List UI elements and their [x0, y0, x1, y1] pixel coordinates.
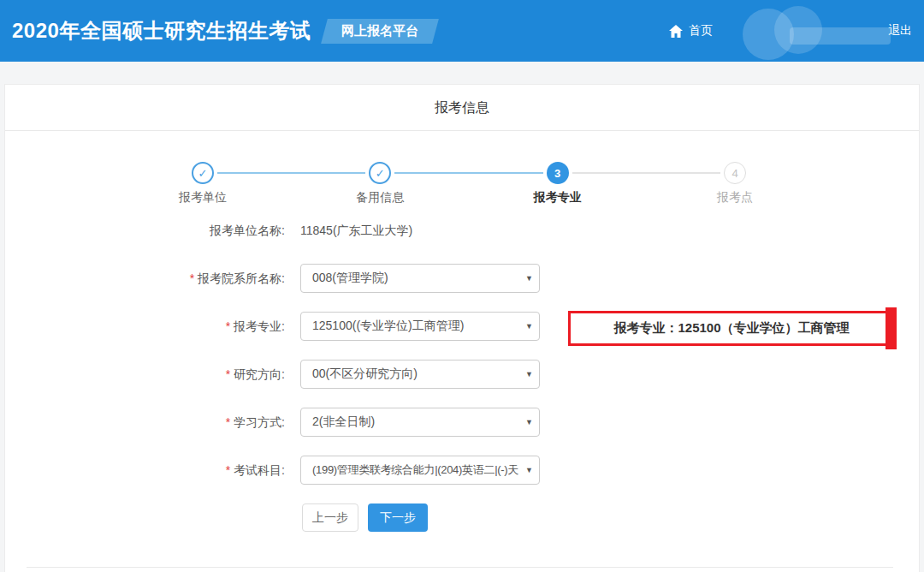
- home-link[interactable]: 首页: [669, 23, 713, 39]
- study-mode-select[interactable]: 2(非全日制) ▼: [300, 408, 540, 437]
- app-title: 2020年全国硕士研究生招生考试: [12, 17, 311, 45]
- home-icon: [669, 25, 683, 38]
- field-label: *研究方向:: [5, 360, 285, 389]
- required-marker: *: [226, 319, 230, 333]
- step-connector: [217, 172, 365, 174]
- required-marker: *: [226, 367, 230, 381]
- dropdown-caret-icon: ▼: [525, 322, 533, 331]
- main-panel: 报考信息 ✓ ✓ 3 4 报考单位 备用信息 报考专业 报考点 报考单位名称: …: [4, 84, 920, 572]
- exam-subjects-select[interactable]: (199)管理类联考综合能力|(204)英语二|(-)天 ▼: [300, 456, 540, 485]
- step-circle-beiyongxinxi: ✓: [369, 162, 391, 184]
- dropdown-caret-icon: ▼: [525, 418, 533, 426]
- field-label: *报考院系所名称:: [5, 264, 285, 293]
- field-label: *报考专业:: [5, 312, 285, 341]
- next-step-button[interactable]: 下一步: [368, 503, 428, 532]
- form-row-study-mode: *学习方式: 2(非全日制) ▼: [5, 408, 919, 437]
- unit-name-value: 11845(广东工业大学): [300, 216, 412, 245]
- app-header: 2020年全国硕士研究生招生考试 网上报名平台 首页 退出: [0, 0, 924, 62]
- step-label-beiyongxinxi: 备用信息: [320, 190, 440, 206]
- required-marker: *: [226, 463, 230, 477]
- bottom-divider: [27, 567, 893, 568]
- registration-form: 报考单位名称: 11845(广东工业大学) *报考院系所名称: 008(管理学院…: [5, 216, 919, 532]
- logout-link[interactable]: 退出: [888, 23, 912, 39]
- header-actions: 首页 退出: [669, 0, 924, 62]
- department-select[interactable]: 008(管理学院) ▼: [300, 264, 540, 293]
- form-row-exam-subjects: *考试科目: (199)管理类联考综合能力|(204)英语二|(-)天 ▼: [5, 456, 919, 485]
- page-title: 报考信息: [5, 85, 919, 131]
- dropdown-caret-icon: ▼: [525, 466, 533, 474]
- step-label-baokaozhuanye: 报考专业: [498, 190, 618, 206]
- required-marker: *: [190, 271, 194, 285]
- step-circle-baokaozhuanye: 3: [547, 162, 569, 184]
- step-connector: [572, 172, 720, 174]
- field-label: *学习方式:: [5, 408, 285, 437]
- previous-step-button[interactable]: 上一步: [302, 503, 358, 532]
- home-label: 首页: [689, 23, 713, 39]
- major-highlight-annotation: 报考专业：125100（专业学位）工商管理: [568, 311, 895, 346]
- major-select[interactable]: 125100((专业学位)工商管理) ▼: [300, 312, 540, 341]
- dropdown-caret-icon: ▼: [525, 274, 533, 283]
- form-buttons: 上一步 下一步: [302, 503, 919, 532]
- research-direction-select[interactable]: 00(不区分研究方向) ▼: [300, 360, 540, 389]
- redaction-bar: [790, 27, 891, 45]
- step-circle-baokaodian: 4: [724, 162, 746, 184]
- form-row-research-direction: *研究方向: 00(不区分研究方向) ▼: [5, 360, 919, 389]
- field-label: *考试科目:: [5, 456, 285, 485]
- step-label-baokaodanwei: 报考单位: [143, 190, 263, 206]
- platform-badge-label: 网上报名平台: [341, 23, 418, 39]
- required-marker: *: [226, 415, 230, 429]
- dropdown-caret-icon: ▼: [525, 370, 533, 378]
- form-row-unit-name: 报考单位名称: 11845(广东工业大学): [5, 216, 919, 245]
- form-row-department: *报考院系所名称: 008(管理学院) ▼: [5, 264, 919, 293]
- step-label-baokaodian: 报考点: [675, 190, 795, 206]
- platform-badge: 网上报名平台: [322, 19, 440, 44]
- step-circle-baokaodanwei: ✓: [192, 162, 214, 184]
- step-progress: ✓ ✓ 3 4 报考单位 备用信息 报考专业 报考点: [203, 162, 735, 206]
- redacted-username: [713, 0, 888, 62]
- step-connector: [394, 172, 542, 174]
- field-label: 报考单位名称:: [5, 216, 285, 245]
